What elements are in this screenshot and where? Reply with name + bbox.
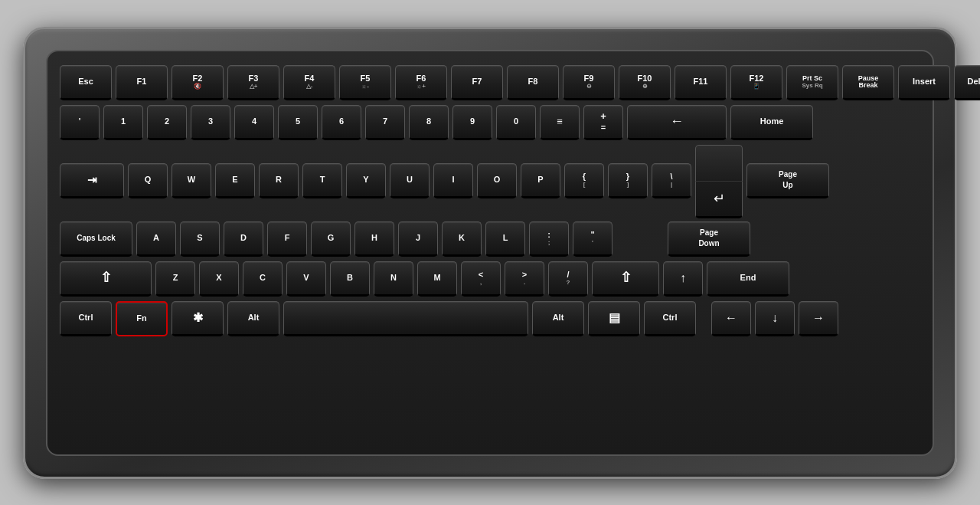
key-u[interactable]: U bbox=[390, 163, 430, 198]
key-lbracket[interactable]: {[ bbox=[564, 163, 604, 198]
key-backspace[interactable]: ← bbox=[627, 105, 727, 140]
key-f2[interactable]: F2 🔇 bbox=[172, 65, 224, 100]
key-n[interactable]: N bbox=[374, 261, 413, 297]
key-i[interactable]: I bbox=[433, 163, 473, 198]
key-enter[interactable]: ↵ bbox=[695, 145, 743, 221]
key-f11[interactable]: F11 bbox=[675, 65, 727, 100]
key-f[interactable]: F bbox=[267, 221, 307, 257]
key-6[interactable]: 6 bbox=[322, 105, 361, 140]
key-f6[interactable]: F6 ☼+ bbox=[395, 65, 447, 100]
key-a[interactable]: A bbox=[136, 221, 176, 257]
key-f10[interactable]: F10 ⊕ bbox=[619, 65, 671, 100]
key-ctrl-left[interactable]: Ctrl bbox=[60, 301, 112, 336]
key-0[interactable]: 0 bbox=[496, 105, 536, 140]
key-slash[interactable]: /? bbox=[548, 261, 588, 297]
zxcv-row: ⇧ Z X C V B N M <, >. /? ⇧ ↑ End bbox=[60, 261, 920, 297]
key-home[interactable]: Home bbox=[730, 105, 813, 140]
key-c[interactable]: C bbox=[243, 261, 283, 297]
key-left-arrow[interactable]: ← bbox=[711, 301, 751, 336]
keyboard-shell: Esc F1 F2 🔇 F3 △+ F4 △- F5 ☼- F6 ☼+ F bbox=[23, 27, 957, 479]
key-pause[interactable]: Pause Break bbox=[842, 65, 894, 100]
bottom-row: Ctrl Fn ✱ Alt Alt ▤ Ctrl ← ↓ → bbox=[60, 301, 920, 336]
key-d[interactable]: D bbox=[224, 221, 263, 257]
key-quote[interactable]: "' bbox=[573, 221, 612, 257]
key-3[interactable]: 3 bbox=[191, 105, 230, 140]
key-e[interactable]: E bbox=[215, 163, 255, 198]
key-lshift[interactable]: ⇧ bbox=[60, 261, 152, 297]
key-f12[interactable]: F12 📱 bbox=[730, 65, 782, 100]
key-ctrl-right[interactable]: Ctrl bbox=[644, 301, 696, 336]
key-f7[interactable]: F7 bbox=[451, 65, 503, 100]
key-up-arrow[interactable]: ↑ bbox=[663, 261, 703, 297]
key-backtick[interactable]: ' bbox=[60, 105, 100, 140]
key-menu[interactable]: ▤ bbox=[588, 301, 640, 336]
key-pageup[interactable]: Page Up bbox=[746, 163, 829, 198]
key-minus[interactable]: ≡ bbox=[540, 105, 580, 140]
key-alt-right[interactable]: Alt bbox=[532, 301, 584, 336]
key-f3[interactable]: F3 △+ bbox=[227, 65, 279, 100]
key-r[interactable]: R bbox=[259, 163, 299, 198]
key-o[interactable]: O bbox=[477, 163, 517, 198]
key-f4[interactable]: F4 △- bbox=[283, 65, 335, 100]
key-backslash[interactable]: \| bbox=[652, 163, 691, 198]
key-y[interactable]: Y bbox=[346, 163, 386, 198]
key-h[interactable]: H bbox=[354, 221, 394, 257]
key-7[interactable]: 7 bbox=[365, 105, 405, 140]
key-z[interactable]: Z bbox=[155, 261, 195, 297]
key-q[interactable]: Q bbox=[128, 163, 168, 198]
qwerty-row: ⇥ Q W E R T Y U I O P {[ }] \| bbox=[60, 145, 920, 217]
key-9[interactable]: 9 bbox=[452, 105, 492, 140]
key-semicolon[interactable]: :; bbox=[529, 221, 569, 257]
key-4[interactable]: 4 bbox=[234, 105, 274, 140]
key-end[interactable]: End bbox=[707, 261, 789, 297]
key-f8[interactable]: F8 bbox=[507, 65, 559, 100]
key-rbracket[interactable]: }] bbox=[608, 163, 648, 198]
keyboard-plate: Esc F1 F2 🔇 F3 △+ F4 △- F5 ☼- F6 ☼+ F bbox=[46, 50, 934, 456]
key-k[interactable]: K bbox=[442, 221, 482, 257]
key-space[interactable] bbox=[283, 301, 528, 336]
key-t[interactable]: T bbox=[302, 163, 342, 198]
key-delete[interactable]: Delete bbox=[954, 65, 980, 100]
key-period[interactable]: >. bbox=[505, 261, 544, 297]
key-right-arrow[interactable]: → bbox=[799, 301, 838, 336]
key-g[interactable]: G bbox=[311, 221, 351, 257]
key-esc[interactable]: Esc bbox=[60, 65, 112, 100]
key-p[interactable]: P bbox=[521, 163, 560, 198]
asdf-row: Caps Lock A S D F G H J K L :; "' Page D… bbox=[60, 221, 920, 257]
key-5[interactable]: 5 bbox=[278, 105, 318, 140]
key-f5[interactable]: F5 ☼- bbox=[339, 65, 391, 100]
key-j[interactable]: J bbox=[398, 221, 438, 257]
number-row: ' 1 2 3 4 5 6 7 8 9 0 ≡ + = ← Home bbox=[60, 105, 920, 140]
key-equals[interactable]: + = bbox=[583, 105, 623, 140]
key-insert[interactable]: Insert bbox=[898, 65, 950, 100]
key-x[interactable]: X bbox=[199, 261, 239, 297]
key-down-arrow[interactable]: ↓ bbox=[755, 301, 795, 336]
key-m[interactable]: M bbox=[417, 261, 457, 297]
key-f9[interactable]: F9 ⊖ bbox=[563, 65, 615, 100]
key-v[interactable]: V bbox=[286, 261, 326, 297]
key-w[interactable]: W bbox=[172, 163, 211, 198]
key-b[interactable]: B bbox=[330, 261, 370, 297]
key-f1[interactable]: F1 bbox=[116, 65, 168, 100]
key-capslock[interactable]: Caps Lock bbox=[60, 221, 132, 257]
key-tab[interactable]: ⇥ bbox=[60, 163, 124, 198]
key-s[interactable]: S bbox=[180, 221, 220, 257]
key-win[interactable]: ✱ bbox=[172, 301, 224, 336]
key-l[interactable]: L bbox=[485, 221, 525, 257]
key-8[interactable]: 8 bbox=[409, 105, 449, 140]
key-rshift[interactable]: ⇧ bbox=[592, 261, 659, 297]
key-pagedown[interactable]: Page Down bbox=[668, 221, 750, 257]
key-fn[interactable]: Fn bbox=[116, 301, 168, 336]
function-row: Esc F1 F2 🔇 F3 △+ F4 △- F5 ☼- F6 ☼+ F bbox=[60, 65, 920, 100]
key-alt-left[interactable]: Alt bbox=[227, 301, 279, 336]
key-2[interactable]: 2 bbox=[147, 105, 187, 140]
key-comma[interactable]: <, bbox=[461, 261, 501, 297]
key-prtsc[interactable]: Prt Sc Sys Rq bbox=[786, 65, 838, 100]
key-1[interactable]: 1 bbox=[103, 105, 143, 140]
